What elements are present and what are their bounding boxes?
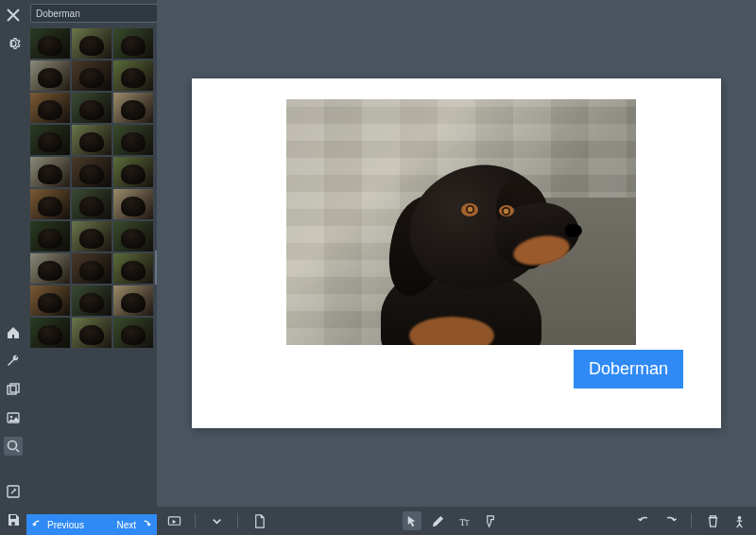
pen-tool-icon[interactable] (429, 511, 448, 530)
thumbnail[interactable] (113, 60, 153, 91)
wrench-icon[interactable] (4, 352, 23, 371)
app-logo-icon[interactable] (4, 6, 23, 25)
thumbnail[interactable] (113, 28, 153, 59)
cursor-tool-icon[interactable] (403, 511, 421, 530)
thumbnail[interactable] (72, 157, 112, 187)
thumbnail[interactable] (30, 318, 70, 348)
thumbnail[interactable] (72, 93, 112, 123)
layers-icon[interactable] (4, 380, 23, 399)
thumbnail[interactable] (30, 125, 70, 155)
previous-button[interactable]: Previous (32, 519, 84, 530)
thumbnail[interactable] (30, 93, 70, 123)
thumbnail[interactable] (113, 253, 153, 284)
main-area: Doberman (157, 0, 756, 535)
exit-icon[interactable] (730, 511, 748, 530)
next-label: Next (116, 520, 136, 530)
left-rail (0, 0, 26, 535)
thumbnail[interactable] (113, 221, 153, 251)
thumbnail[interactable] (72, 60, 112, 91)
thumbnail[interactable] (113, 318, 153, 348)
thumbnail[interactable] (72, 318, 112, 348)
thumbnail[interactable] (30, 60, 70, 91)
thumbnail[interactable] (72, 253, 112, 284)
redo-icon[interactable] (661, 511, 679, 530)
thumbnail[interactable] (72, 125, 112, 155)
next-button[interactable]: Next (116, 519, 151, 530)
thumbnail[interactable] (30, 189, 70, 219)
thumbnail[interactable] (30, 285, 70, 316)
edit-icon[interactable] (4, 482, 23, 501)
thumbnail[interactable] (113, 93, 153, 123)
thumbnail[interactable] (113, 189, 153, 219)
thumbnail[interactable] (113, 157, 153, 187)
thumbnail-grid[interactable] (26, 26, 157, 514)
svg-point-4 (9, 441, 17, 450)
thumbnail[interactable] (30, 157, 70, 187)
slide-textbox[interactable]: Doberman (574, 350, 683, 388)
thumbnail[interactable] (30, 253, 70, 284)
canvas-area[interactable]: Doberman (157, 0, 756, 507)
previous-label: Previous (47, 520, 84, 530)
thumbnail[interactable] (30, 221, 70, 251)
search-panel-icon[interactable] (4, 437, 23, 456)
svg-point-10 (737, 515, 741, 519)
search-input[interactable] (30, 4, 162, 23)
thumbnail[interactable] (72, 189, 112, 219)
slide-image[interactable] (286, 99, 636, 345)
save-icon[interactable] (4, 510, 23, 529)
slide[interactable]: Doberman (192, 78, 721, 428)
thumbnail[interactable] (30, 28, 70, 59)
present-icon[interactable] (164, 511, 183, 530)
undo-icon[interactable] (634, 511, 653, 530)
bottom-toolbar: TT (157, 507, 756, 535)
settings-icon[interactable] (4, 34, 23, 53)
thumbnail[interactable] (72, 221, 112, 251)
svg-point-3 (10, 416, 13, 419)
home-icon[interactable] (4, 323, 23, 342)
thumbnail[interactable] (72, 285, 112, 316)
app-root: Previous Next (0, 0, 756, 535)
media-icon[interactable] (4, 408, 23, 427)
page-icon[interactable] (249, 511, 268, 530)
svg-text:T: T (465, 518, 470, 527)
chevron-down-icon[interactable] (207, 511, 226, 530)
thumbnail[interactable] (72, 28, 112, 59)
format-painter-icon[interactable] (482, 511, 501, 530)
panel-pagination: Previous Next (26, 514, 157, 535)
thumbnail[interactable] (113, 285, 153, 316)
image-search-panel: Previous Next (26, 0, 157, 535)
trash-icon[interactable] (703, 511, 722, 530)
thumbnail[interactable] (113, 125, 153, 155)
text-tool-icon[interactable]: TT (455, 511, 474, 530)
